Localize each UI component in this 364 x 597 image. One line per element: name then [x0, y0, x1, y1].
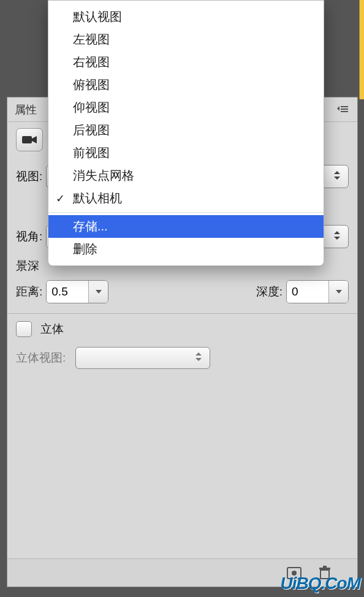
svg-rect-3	[22, 136, 32, 143]
depth-input[interactable]	[287, 281, 328, 303]
svg-rect-8	[323, 566, 327, 568]
stereo-checkbox-label: 立体	[40, 321, 64, 337]
stereo-row: 立体	[16, 321, 349, 337]
menu-item-view[interactable]: 右视图	[48, 51, 324, 74]
svg-rect-0	[341, 106, 348, 107]
right-accent-bar	[359, 0, 364, 99]
menu-item-label: 后视图	[73, 122, 110, 139]
panel-title: 属性	[15, 102, 37, 117]
svg-rect-7	[319, 568, 330, 569]
angle-label: 视角:	[16, 229, 42, 245]
menu-item-label: 删除	[73, 241, 97, 257]
updown-icon	[195, 351, 202, 365]
menu-item-label: 右视图	[73, 54, 110, 70]
menu-item-view[interactable]: 消失点网格	[48, 164, 324, 187]
menu-item-view[interactable]: 仰视图	[48, 96, 324, 119]
dof-row: 距离: 深度:	[16, 280, 349, 303]
depth-dropdown-button[interactable]	[328, 281, 348, 303]
divider	[7, 313, 357, 314]
svg-rect-1	[341, 108, 348, 110]
menu-item-label: 消失点网格	[73, 167, 134, 184]
view-label: 视图:	[16, 169, 42, 184]
view-dropdown-menu: 默认视图左视图右视图俯视图仰视图后视图前视图消失点网格默认相机 存储... 删除	[48, 0, 324, 266]
stereo-view-row: 立体视图:	[16, 347, 349, 369]
menu-item-view[interactable]: 默认视图	[48, 6, 324, 28]
stereo-view-select[interactable]	[75, 347, 210, 369]
menu-item-view[interactable]: 前视图	[48, 142, 324, 164]
depth-label: 深度:	[256, 284, 282, 300]
menu-item-view[interactable]: 左视图	[48, 28, 324, 51]
distance-dropdown-button[interactable]	[88, 281, 108, 303]
depth-combo	[286, 280, 349, 303]
menu-item-view[interactable]: 后视图	[48, 119, 324, 142]
stereo-view-label: 立体视图:	[16, 350, 66, 366]
watermark: UiBQ.CoM	[281, 574, 360, 593]
distance-input[interactable]	[47, 281, 88, 303]
updown-icon	[333, 230, 341, 244]
panel-menu-icon[interactable]	[335, 102, 350, 117]
menu-item-save[interactable]: 存储...	[48, 215, 324, 238]
menu-item-label: 前视图	[73, 145, 110, 161]
updown-icon	[333, 170, 341, 184]
camera-mode-button[interactable]	[16, 128, 43, 151]
menu-item-delete[interactable]: 删除	[48, 238, 324, 260]
menu-item-label: 默认视图	[73, 9, 122, 25]
menu-item-label: 存储...	[73, 218, 108, 235]
menu-item-label: 默认相机	[73, 190, 122, 207]
menu-item-label: 左视图	[73, 31, 110, 48]
svg-rect-2	[341, 111, 348, 112]
stereo-checkbox[interactable]	[16, 321, 32, 337]
menu-item-label: 俯视图	[73, 77, 110, 93]
distance-label: 距离:	[16, 284, 42, 300]
menu-separator	[48, 212, 324, 213]
menu-item-label: 仰视图	[73, 99, 110, 116]
distance-combo	[46, 280, 108, 303]
menu-item-view[interactable]: 默认相机	[48, 187, 324, 210]
menu-item-view[interactable]: 俯视图	[48, 74, 324, 96]
